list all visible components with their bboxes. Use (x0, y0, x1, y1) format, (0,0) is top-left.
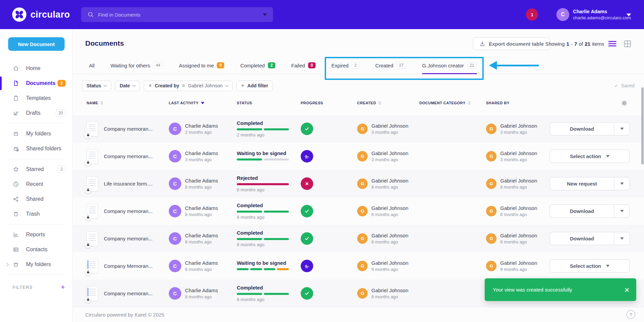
search-dropdown-caret-icon[interactable] (263, 14, 267, 16)
column-header-document-category[interactable]: DOCUMENT CATEGORY (419, 101, 486, 105)
sidebar-item-recent[interactable]: Recent (0, 177, 72, 192)
vertical-scrollbar[interactable] (641, 87, 644, 165)
toast-close-icon[interactable]: × (624, 285, 629, 294)
row-action-button-select-action[interactable]: Select action (550, 150, 630, 163)
date-filter-dropdown[interactable]: Date (115, 81, 140, 91)
activity-person-name: Charlie Adams (185, 205, 218, 211)
tab-all[interactable]: All (89, 57, 95, 74)
document-name-cell[interactable]: Company memoran... (87, 122, 169, 136)
table-row[interactable]: Life insurance form.... C Charlie Adams … (73, 170, 644, 197)
column-header-shared-by: SHARED BY (486, 101, 550, 105)
action-cell: Select action (550, 150, 644, 163)
user-info[interactable]: Charlie Adams charlie.adams@circularo.co… (573, 9, 631, 20)
sidebar-item-home[interactable]: Home (0, 61, 72, 76)
status-filter-dropdown[interactable]: Status (82, 81, 111, 91)
add-filter-plus-icon[interactable]: + (61, 283, 65, 291)
grid-view-icon[interactable] (623, 40, 632, 48)
created-by-filter-chip[interactable]: × Created by = Gabriel Johnson (144, 81, 233, 91)
export-button-label: Export document table (489, 41, 544, 47)
document-name-cell[interactable]: Company memoran... (87, 149, 169, 164)
sort-desc-icon[interactable] (201, 102, 204, 104)
sidebar-item-templates[interactable]: Templates (0, 91, 72, 106)
tab-created[interactable]: Created27 (375, 57, 406, 74)
row-action-button-select-action[interactable]: Select action (550, 259, 630, 273)
progress-bar (237, 183, 289, 185)
folder-shared-icon (13, 145, 19, 152)
document-name-cell[interactable]: Company Memoran... (87, 259, 169, 274)
sidebar-item-documents[interactable]: Documents2 (0, 76, 72, 91)
tab-waiting-for-others[interactable]: Waiting for others44 (111, 57, 163, 74)
count-badge: 2 (58, 166, 66, 173)
sidebar-item-trash[interactable]: Trash (0, 207, 72, 221)
top-bar: circularo Find in Documents 1 C Charlie … (0, 0, 644, 29)
notification-badge[interactable]: 1 (526, 8, 538, 21)
list-view-icon[interactable] (608, 40, 617, 47)
help-icon[interactable]: ? (626, 310, 635, 319)
activity-time: 2 months ago (185, 130, 218, 135)
progress-segment-green (264, 211, 289, 213)
created-cell: G Gabriel Johnson 8 months ago (357, 287, 419, 299)
column-label: CREATED (357, 101, 376, 105)
sidebar-item-my-folders[interactable]: My folders (0, 257, 72, 272)
sort-icon[interactable] (378, 101, 381, 105)
created-avatar: G (357, 261, 368, 271)
progress-bar (237, 238, 289, 240)
column-header-name[interactable]: NAME (87, 101, 169, 105)
add-filter-button[interactable]: + Add filter (236, 81, 273, 91)
user-menu-caret-icon[interactable] (626, 14, 631, 16)
sidebar-item-contacts[interactable]: Contacts (0, 242, 72, 257)
action-dropdown-caret[interactable] (614, 177, 629, 190)
tab-completed[interactable]: Completed2 (240, 57, 275, 74)
tab-g-johnson-creator[interactable]: G.Johnson creator21 (422, 57, 477, 74)
export-document-table-button[interactable]: Export document table (473, 37, 550, 50)
table-row[interactable]: Company memoran... C Charlie Adams 3 mon… (73, 143, 644, 170)
sidebar-item-reports[interactable]: Reports (0, 227, 72, 242)
new-document-button[interactable]: New Document (8, 37, 65, 51)
app-window: circularo Find in Documents 1 C Charlie … (0, 0, 644, 322)
status-time: 2 months ago (237, 132, 301, 137)
action-dropdown-caret[interactable] (614, 205, 629, 217)
sidebar-item-shared[interactable]: Shared (0, 192, 72, 207)
sort-icon[interactable] (468, 101, 470, 105)
table-row[interactable]: Company memoran... C Charlie Adams 8 mon… (73, 197, 644, 225)
activity-time: 8 months ago (185, 239, 218, 244)
thumbnail-text-lines (89, 124, 96, 132)
table-row[interactable]: Company Memoran... C Charlie Adams 8 mon… (73, 252, 644, 280)
document-name-cell[interactable]: Company memoran... (87, 204, 169, 219)
sidebar-item-drafts[interactable]: Drafts20 (0, 106, 72, 121)
tab-label: G.Johnson creator (422, 63, 464, 68)
column-header-created[interactable]: CREATED (357, 101, 419, 105)
table-settings-gear-icon[interactable] (621, 95, 627, 110)
progress-bar (237, 158, 289, 160)
document-name-cell[interactable]: Company memoran... (87, 286, 169, 301)
document-name-cell[interactable]: Company memoran... (87, 231, 169, 246)
action-dropdown-caret[interactable] (614, 123, 629, 135)
row-action-button-new-request[interactable]: New request (550, 177, 630, 190)
document-name-cell[interactable]: Life insurance form.... (87, 176, 169, 191)
tab-failed[interactable]: Failed0 (291, 57, 316, 74)
table-row[interactable]: Company memoran... C Charlie Adams 8 mon… (73, 225, 644, 252)
sidebar-item-my-folders[interactable]: My folders (0, 126, 72, 141)
activity-time: 8 months ago (185, 294, 218, 299)
column-header-last-activity[interactable]: LAST ACTIVITY (169, 101, 237, 105)
row-action-button-download[interactable]: Download (550, 205, 630, 218)
arrow-head-icon (489, 61, 497, 70)
sidebar-item-starred[interactable]: Starred2 (0, 162, 72, 177)
sidebar-item-shared-folders[interactable]: Shared folders (0, 141, 72, 156)
brand-logo[interactable]: circularo (12, 7, 70, 22)
row-action-button-download[interactable]: Download (550, 122, 630, 135)
table-row[interactable]: Company memoran... C Charlie Adams 2 mon… (73, 115, 644, 143)
sort-icon[interactable] (100, 101, 103, 105)
tab-expired[interactable]: Expired2 (331, 57, 360, 74)
action-dropdown-caret[interactable] (614, 232, 629, 245)
remove-filter-icon[interactable]: × (148, 83, 152, 89)
search-input[interactable]: Find in Documents (81, 7, 273, 22)
status-cell: Completed 8 months ago (237, 285, 301, 302)
page-footer: Circularo powered by Karel © 2025 ? (73, 307, 644, 322)
document-name: Company memoran... (104, 208, 153, 214)
user-avatar[interactable]: C (556, 8, 569, 21)
action-label: Select action (570, 263, 601, 269)
tab-assigned-to-me[interactable]: Assigned to me0 (179, 57, 224, 74)
action-cell: New request (550, 177, 644, 190)
row-action-button-download[interactable]: Download (550, 232, 630, 245)
